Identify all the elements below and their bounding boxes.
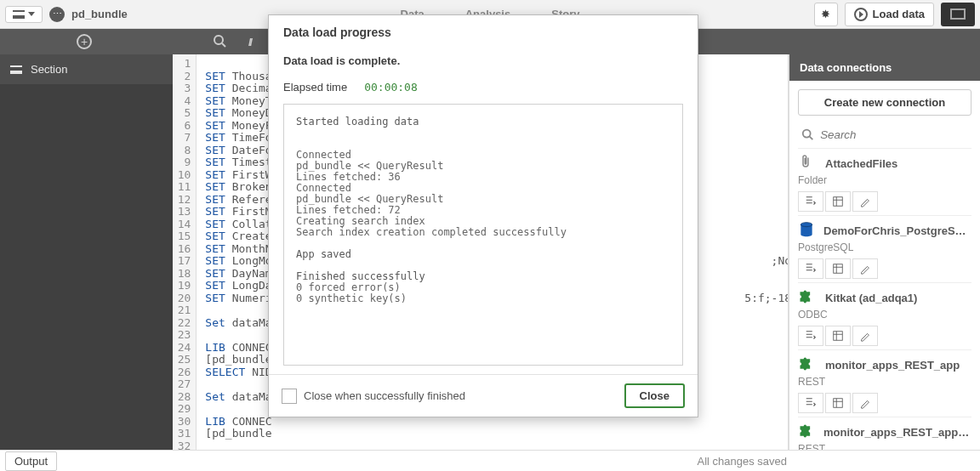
load-log[interactable]: Started loading data Connectedpd_bundle …	[283, 104, 683, 366]
line-gutter: 1234567891011121314151617181920212223242…	[173, 54, 197, 450]
screen-icon	[950, 9, 966, 20]
section-sidebar: Section	[0, 54, 173, 450]
db-icon	[798, 221, 815, 240]
chevron-down-icon	[28, 12, 35, 16]
connections-panel: Data connections Create new connection A…	[789, 54, 980, 450]
modal-footer: Close when successfully finished Close	[269, 374, 698, 417]
connection-name: monitor_apps_REST_appobject	[823, 426, 971, 439]
create-connection-button[interactable]: Create new connection	[798, 89, 971, 116]
sidebar-item-section[interactable]: Section	[0, 54, 173, 84]
connection-type: Folder	[798, 174, 971, 186]
svg-rect-4	[834, 197, 843, 207]
svg-rect-15	[834, 399, 843, 408]
connection-item[interactable]: monitor_apps_REST_appREST	[798, 350, 971, 417]
svg-line-3	[810, 137, 813, 140]
output-button[interactable]: Output	[5, 451, 57, 471]
bug-icon: ✸	[821, 8, 830, 20]
connection-item[interactable]: DemoForChris_PostgreSQL_cadbiata.com (ad…	[798, 216, 971, 283]
checkbox-icon	[282, 389, 297, 404]
insert-button[interactable]	[798, 326, 823, 346]
insert-button[interactable]	[798, 393, 823, 413]
status-bar: Output All changes saved	[0, 450, 980, 471]
data-load-modal: Data load progress Data load is complete…	[268, 14, 698, 417]
app-name: pd_bundle	[71, 8, 128, 20]
main-menu-button[interactable]	[5, 6, 43, 23]
select-button[interactable]	[825, 258, 851, 279]
add-section-button[interactable]: +	[77, 34, 92, 49]
puzzle-icon	[798, 423, 815, 441]
connection-type: REST	[798, 376, 971, 388]
connection-actions	[798, 258, 971, 279]
connection-name: monitor_apps_REST_app	[825, 359, 960, 372]
connection-actions	[798, 393, 971, 413]
checkbox-label: Close when successfully finished	[304, 389, 465, 402]
edit-button[interactable]	[852, 191, 878, 212]
play-icon	[854, 8, 868, 21]
load-status: Data load is complete.	[283, 54, 683, 67]
connection-item[interactable]: Kitkat (ad_adqa1)ODBC	[798, 283, 971, 350]
debug-button[interactable]: ✸	[814, 3, 838, 26]
connection-type: ODBC	[798, 309, 971, 321]
svg-rect-9	[834, 264, 843, 274]
connection-name: DemoForChris_PostgreSQL_cadbiata.com (ad…	[823, 224, 971, 237]
select-button[interactable]	[825, 326, 851, 346]
connections-panel-title: Data connections	[789, 54, 980, 81]
svg-rect-12	[834, 332, 843, 341]
select-button[interactable]	[825, 191, 851, 212]
insert-button[interactable]	[798, 191, 823, 212]
select-button[interactable]	[825, 393, 851, 413]
close-when-finished-checkbox[interactable]: Close when successfully finished	[282, 389, 465, 404]
puzzle-icon	[798, 288, 817, 307]
svg-point-0	[214, 36, 223, 44]
view-toggle-button[interactable]	[941, 3, 975, 26]
elapsed-value: 00:00:08	[364, 81, 418, 94]
close-button[interactable]: Close	[624, 383, 685, 408]
edit-button[interactable]	[852, 258, 878, 279]
puzzle-icon	[798, 355, 817, 374]
load-data-label: Load data	[873, 8, 925, 20]
insert-button[interactable]	[798, 258, 823, 279]
connection-search-input[interactable]	[820, 128, 968, 141]
svg-point-2	[803, 130, 811, 138]
clip-icon	[798, 154, 817, 173]
brand-icon: ⋯	[49, 7, 65, 22]
elapsed-label: Elapsed time	[283, 81, 347, 94]
connection-item[interactable]: AttachedFilesFolder	[798, 149, 971, 216]
connection-name: Kitkat (ad_adqa1)	[825, 292, 917, 304]
connection-name: AttachedFiles	[825, 157, 897, 170]
section-icon	[10, 65, 22, 74]
connection-actions	[798, 326, 971, 346]
hamburger-icon	[13, 10, 25, 19]
edit-button[interactable]	[852, 326, 878, 346]
edit-button[interactable]	[852, 393, 878, 413]
sidebar-item-label: Section	[31, 63, 67, 76]
save-status: All changes saved	[697, 455, 787, 468]
svg-line-1	[222, 43, 225, 47]
search-icon[interactable]	[213, 34, 226, 50]
topbar-left: ⋯ pd_bundle	[5, 6, 128, 23]
connection-list: AttachedFilesFolderDemoForChris_PostgreS…	[798, 149, 971, 471]
search-icon	[801, 128, 813, 141]
topbar-right: ✸ Load data	[814, 3, 975, 26]
comment-button[interactable]: //	[248, 36, 251, 48]
connection-search[interactable]	[798, 124, 971, 149]
modal-title: Data load progress	[269, 15, 698, 49]
load-data-button[interactable]: Load data	[845, 3, 934, 26]
connection-type: PostgreSQL	[798, 241, 971, 253]
elapsed-row: Elapsed time 00:00:08	[283, 81, 683, 94]
connection-actions	[798, 191, 971, 212]
